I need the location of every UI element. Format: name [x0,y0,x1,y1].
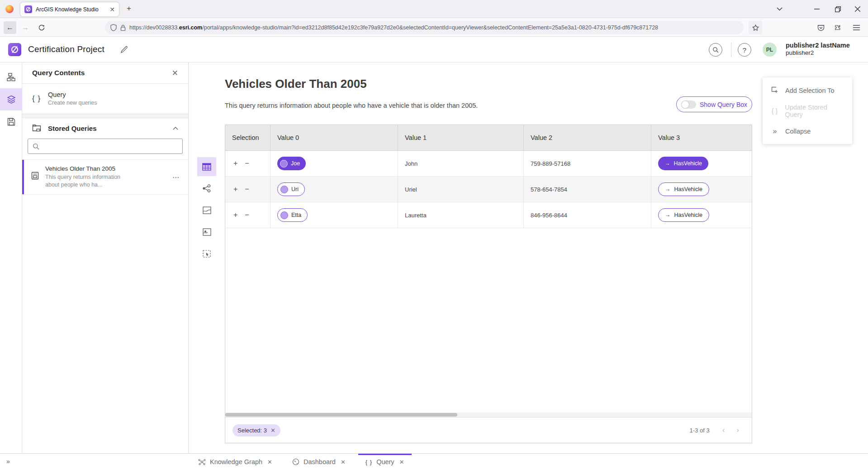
new-tab-button[interactable]: + [127,4,131,13]
expand-row-button[interactable]: + [233,159,237,168]
contents-layers-icon[interactable] [0,88,22,110]
tab-query[interactable]: { } Query ✕ [358,454,412,470]
magnifier-icon [33,143,39,150]
save-icon[interactable] [0,110,22,133]
stored-queries-search-input[interactable] [43,143,178,150]
stored-query-item[interactable]: Vehicles Older Than 2005 This query retu… [22,159,188,195]
list-tabs-icon[interactable] [769,0,790,18]
show-query-box-toggle[interactable]: Show Query Box [676,96,752,112]
panel-close-icon[interactable]: ✕ [172,68,178,78]
stored-query-title: Vehicles Older Than 2005 [45,165,124,172]
shield-icon[interactable] [110,24,117,31]
relationship-pill[interactable]: →HasVehicle [658,182,709,196]
link-chart-icon[interactable] [197,179,216,198]
table-header-row: Selection Value 0 Value 1 Value 2 Value … [225,125,752,151]
query-item[interactable]: { } Query Create new queries [22,84,188,114]
collapse-row-button[interactable]: − [245,211,249,219]
expand-row-button[interactable]: + [233,211,237,219]
back-button[interactable]: ← [4,21,16,34]
cell-value1: Uriel [398,177,524,202]
hamburger-menu-icon[interactable] [849,21,863,34]
stored-queries-header[interactable]: Stored Queries [22,118,188,137]
toggle-knob [682,101,689,108]
data-model-icon[interactable] [0,66,22,88]
stored-queries-label: Stored Queries [48,125,166,132]
search-icon[interactable] [709,43,722,57]
panel-title: Query Contents [32,69,172,77]
tab-close-icon[interactable]: ✕ [399,459,404,465]
firefox-menu-icon[interactable] [5,5,14,13]
selected-count-chip[interactable]: Selected: 3 ✕ [232,424,280,436]
horizontal-scrollbar[interactable] [225,412,752,417]
menu-item-add-selection-to[interactable]: Add Selection To [763,80,852,101]
cell-value1: Lauretta [398,202,524,228]
url-field[interactable]: https://dev0028833.esri.com/portal/apps/… [105,21,744,34]
new-map-icon[interactable] [197,222,216,241]
left-rail [0,62,22,453]
menu-item-update-stored-query[interactable]: { } Update Stored Query [763,101,852,121]
tab-knowledge-graph[interactable]: Knowledge Graph ✕ [191,454,280,470]
window-restore-button[interactable] [827,0,848,18]
next-page-icon[interactable]: › [736,426,739,435]
entity-pill[interactable]: Joe [277,157,306,170]
lock-icon[interactable] [120,24,126,31]
table-row[interactable]: +− Uri Uriel 578-654-7854 →HasVehicle [225,177,752,202]
browser-tab-title: ArcGIS Knowledge Studio [36,6,106,13]
select-tool-icon[interactable] [197,244,216,263]
table-footer: Selected: 3 ✕ 1-3 of 3 ‹ › [225,417,752,443]
browser-tab[interactable]: ArcGIS Knowledge Studio ✕ [20,2,119,16]
tab-close-icon[interactable]: ✕ [109,6,115,13]
column-header-value1: Value 1 [398,125,524,150]
pocket-icon[interactable] [814,21,828,34]
query-item-title: Query [48,91,97,98]
dashboard-gauge-icon [292,458,299,465]
scrollbar-thumb[interactable] [225,413,457,417]
help-icon[interactable]: ? [738,43,751,57]
user-info[interactable]: publisher2 lastName publisher2 [786,41,850,57]
table-empty-area [225,228,752,412]
expand-panel-icon[interactable]: » [6,458,10,465]
window-minimize-button[interactable] [806,0,827,18]
previous-page-icon[interactable]: ‹ [722,426,725,435]
entity-pill[interactable]: Uri [277,182,305,196]
entity-pill[interactable]: Etta [277,208,308,222]
relationship-pill[interactable]: →HasVehicle [658,157,708,170]
add-selection-icon [771,86,779,94]
table-row[interactable]: +− Joe John 759-889-57168 →HasVehicle [225,151,752,177]
show-query-box-label: Show Query Box [700,101,747,108]
bookmark-star-icon[interactable] [749,21,762,34]
map-view-icon[interactable] [197,201,216,220]
cell-value2: 759-889-57168 [524,151,651,176]
arcgis-knowledge-logo [8,43,21,56]
braces-icon: { } [32,94,41,103]
expand-row-button[interactable]: + [233,185,237,193]
menu-item-collapse[interactable]: » Collapse [763,121,852,141]
avatar[interactable]: PL [763,43,777,57]
braces-icon: { } [771,107,778,115]
extensions-puzzle-icon[interactable] [831,21,844,34]
tab-dashboard[interactable]: Dashboard ✕ [285,454,353,470]
folder-icon [32,124,41,132]
tab-close-icon[interactable]: ✕ [267,459,272,465]
column-header-value3: Value 3 [651,125,752,150]
relationship-pill[interactable]: →HasVehicle [658,208,709,222]
refresh-button[interactable] [35,21,48,34]
stored-queries-search[interactable] [28,139,183,154]
clear-selection-icon[interactable]: ✕ [270,427,275,434]
pagination-range: 1-3 of 3 [690,427,710,434]
table-view-icon[interactable] [197,157,216,176]
window-close-button[interactable] [847,0,868,18]
screen: ArcGIS Knowledge Studio ✕ + ← → https://… [0,0,868,470]
cell-value2: 846-956-8644 [524,202,651,228]
collapse-row-button[interactable]: − [245,185,249,193]
table-row[interactable]: +− Etta Lauretta 846-956-8644 →HasVehicl… [225,202,752,228]
item-options-icon[interactable]: ⋯ [172,173,180,182]
chevron-up-icon[interactable] [173,127,178,130]
toggle-track[interactable] [681,101,696,109]
forward-button[interactable]: → [19,21,32,34]
panel-header: Query Contents ✕ [22,62,188,84]
user-name: publisher2 lastName [786,41,850,49]
tab-close-icon[interactable]: ✕ [341,459,346,465]
edit-title-icon[interactable] [120,46,128,53]
collapse-row-button[interactable]: − [245,159,249,168]
